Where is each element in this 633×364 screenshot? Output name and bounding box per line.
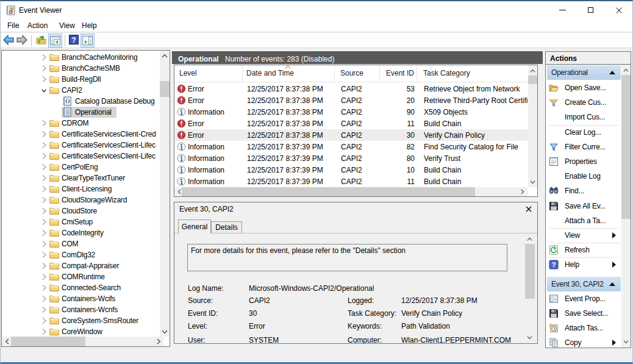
svg-text:?: ? (71, 36, 76, 45)
